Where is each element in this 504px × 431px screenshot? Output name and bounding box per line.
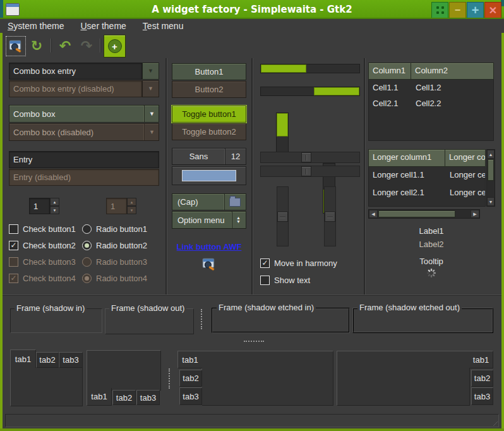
tab-tab1-active[interactable]: tab1 <box>177 351 202 368</box>
link-button[interactable]: Link button AWF <box>169 242 249 252</box>
scrollbar-thumb[interactable] <box>378 210 455 217</box>
combo-box-entry-input[interactable]: Combo box entry <box>9 63 142 80</box>
menu-test-menu[interactable]: Test menu <box>143 21 184 31</box>
horizontal-scrollbar[interactable]: ◀ ▶ <box>368 209 480 219</box>
window-minimize-button[interactable]: − <box>449 2 466 18</box>
scroll-down-icon[interactable]: ▼ <box>487 197 495 206</box>
move-in-harmony-checkbox[interactable]: Move in harmony <box>260 257 337 269</box>
progress-fill <box>261 64 306 73</box>
combo-box-entry-disabled-dropdown-button: ▼ <box>142 80 159 97</box>
table-row[interactable]: Longer cell1.1 Longer cell1.2 <box>369 167 485 185</box>
table-row[interactable]: Cell1.1 Cell1.2 <box>369 80 493 95</box>
show-text-checkbox[interactable]: Show text <box>260 274 310 286</box>
check-button-2[interactable]: Check button2 <box>9 238 76 252</box>
radio-button-1[interactable]: Radio button1 <box>82 222 147 236</box>
font-button[interactable]: Sans 12 <box>172 148 246 165</box>
window-close-button[interactable]: ✕ <box>484 2 501 18</box>
column-header[interactable]: Longer column2 <box>445 149 486 167</box>
scroll-up-icon[interactable]: ▲ <box>487 150 495 159</box>
scale-h1[interactable] <box>260 152 360 163</box>
window-title: A widget factory - Simplewaita - Gtk2 <box>0 0 504 19</box>
file-chooser-button[interactable]: (Cap) <box>172 193 246 210</box>
table-row[interactable]: Cell2.1 Cell2.2 <box>369 95 493 111</box>
radio-selected-icon[interactable] <box>82 241 92 250</box>
tab-tab1-active[interactable]: tab1 <box>87 388 112 406</box>
color-button[interactable] <box>172 166 246 185</box>
button1[interactable]: Button1 <box>172 63 246 80</box>
redo-icon: ↷ <box>81 38 92 54</box>
scale-v2[interactable] <box>324 186 336 246</box>
titlebar[interactable]: A widget factory - Simplewaita - Gtk2 − … <box>0 0 504 19</box>
scale-handle[interactable] <box>325 212 335 222</box>
tab-tab3[interactable]: tab3 <box>471 387 493 405</box>
table-row[interactable]: Longer cell3.1 Longer cell3.2 <box>369 202 485 207</box>
redo-button[interactable]: ↷ <box>77 36 96 55</box>
vertical-scrollbar[interactable]: ▲ ▼ <box>486 149 495 207</box>
tab-tab1-active[interactable]: tab1 <box>469 351 493 368</box>
tab-tab1-active[interactable]: tab1 <box>10 349 36 368</box>
radio-button-2[interactable]: Radio button2 <box>82 238 147 252</box>
tab-tab2[interactable]: tab2 <box>112 390 136 405</box>
table-row[interactable]: Longer cell2.1 Longer cell2.2 <box>369 185 485 202</box>
paned-handle[interactable] <box>169 368 170 389</box>
window-maximize-button[interactable]: + <box>467 2 484 18</box>
button2-disabled: Button2 <box>172 81 246 98</box>
tab-tab2[interactable]: tab2 <box>179 370 202 387</box>
text-entry[interactable]: Entry <box>9 151 159 168</box>
scale-handle[interactable] <box>277 212 288 222</box>
screenshot-tool-button[interactable] <box>6 36 26 56</box>
tab-tab3[interactable]: tab3 <box>136 390 160 405</box>
paned-separator[interactable] <box>251 58 253 294</box>
paned-handle[interactable] <box>244 341 264 342</box>
combo-box-entry-disabled-input: Combo box entry (disabled) <box>9 80 142 97</box>
paned-handle[interactable] <box>201 309 202 329</box>
paned-separator[interactable] <box>165 58 167 294</box>
tab-tab3[interactable]: tab3 <box>179 387 202 405</box>
spin-button[interactable]: 1 ▲ ▼ <box>29 198 59 214</box>
tab-tab2[interactable]: tab2 <box>471 370 493 387</box>
scale-v1[interactable] <box>277 186 289 246</box>
column-header[interactable]: Longer column1 <box>368 149 445 167</box>
column-header[interactable]: Column2 <box>411 63 494 80</box>
scale-h2[interactable] <box>260 166 360 177</box>
four-dots-icon <box>436 6 439 9</box>
column-header[interactable]: Column1 <box>368 63 411 80</box>
label2: Label2 <box>368 240 495 249</box>
combo-box-entry-dropdown-button[interactable]: ▼ <box>142 63 159 80</box>
plus-icon: + <box>108 39 122 53</box>
window-border-left <box>0 19 3 431</box>
spin-down-icon[interactable]: ▼ <box>50 206 59 214</box>
check-button-1[interactable]: Check button1 <box>9 222 76 236</box>
scrollbar-thumb[interactable] <box>488 159 494 181</box>
window-spread-button[interactable] <box>431 2 448 18</box>
checkbox-icon[interactable] <box>260 276 270 285</box>
app-window: A widget factory - Simplewaita - Gtk2 − … <box>0 0 504 431</box>
spin-button-value[interactable]: 1 <box>29 198 50 214</box>
up-down-arrows-icon: ▲▼ <box>236 216 241 224</box>
undo-button[interactable]: ↶ <box>56 36 75 55</box>
menu-system-theme[interactable]: System theme <box>8 21 64 31</box>
checkbox-checked-icon[interactable] <box>9 241 18 250</box>
spin-up-icon[interactable]: ▲ <box>50 198 59 206</box>
paned-separator[interactable] <box>364 58 365 294</box>
menu-user-theme[interactable]: User theme <box>80 21 126 31</box>
check-button-3-disabled: Check button3 <box>9 255 76 269</box>
folder-icon <box>229 198 241 207</box>
checkbox-icon[interactable] <box>9 224 18 234</box>
scale-handle[interactable] <box>301 166 311 176</box>
option-menu[interactable]: Option menu ▲▼ <box>172 211 246 229</box>
scale-handle[interactable] <box>301 152 311 162</box>
scroll-left-icon[interactable]: ◀ <box>369 210 378 218</box>
spinner-icon <box>426 268 436 278</box>
tab-tab2[interactable]: tab2 <box>36 352 59 368</box>
chevron-down-icon: ▼ <box>148 68 153 74</box>
radio-icon[interactable] <box>82 224 92 234</box>
add-button[interactable]: + <box>104 35 126 58</box>
refresh-button[interactable]: ↻ <box>28 36 45 55</box>
tab-tab3[interactable]: tab3 <box>59 352 83 368</box>
scroll-right-icon[interactable]: ▶ <box>471 210 479 218</box>
frame-label: Frame (shadow out) <box>109 303 186 313</box>
checkbox-checked-icon[interactable] <box>260 258 270 268</box>
toggle-button1-active[interactable]: Toggle button1 <box>172 106 246 123</box>
combo-box[interactable]: Combo box ▼ <box>9 105 159 123</box>
